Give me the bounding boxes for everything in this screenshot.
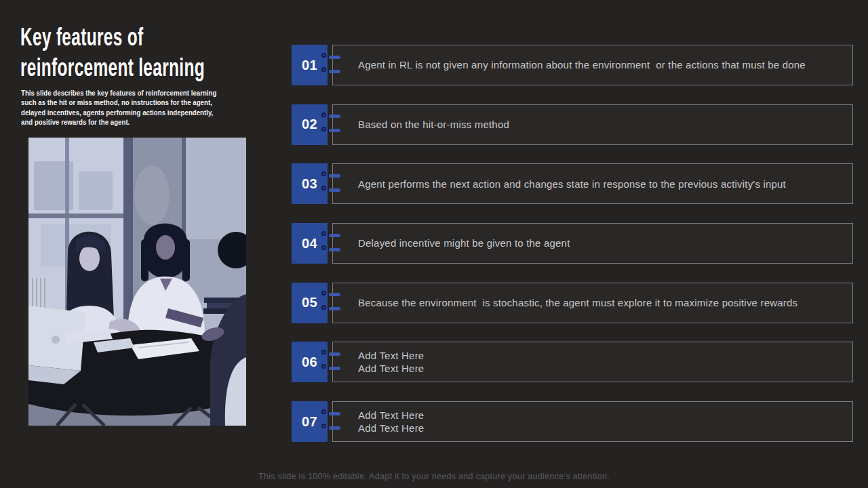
connector-bar-icon (329, 293, 340, 296)
feature-text: Add Text Here (358, 362, 844, 375)
feature-text-box[interactable]: Agent performs the next action and chang… (332, 163, 853, 204)
feature-row: 03 Agent performs the next action and ch… (292, 163, 853, 204)
connector-bar-icon (329, 174, 340, 178)
connector-ring-icon (321, 245, 326, 250)
connector-bar-icon (329, 129, 340, 132)
connector-bar-icon (329, 56, 340, 59)
feature-row: 02 Based on the hit-or-miss method (292, 104, 853, 145)
feature-number-badge: 01 (292, 45, 328, 85)
feature-row: 05 Because the environment is stochastic… (292, 283, 853, 323)
connector-bar-icon (329, 248, 340, 251)
feature-number: 02 (302, 117, 317, 132)
connector-bar-icon (329, 115, 340, 118)
feature-text: Based on the hit-or-miss method (358, 118, 844, 131)
connector-ring-icon (321, 67, 326, 72)
feature-number-badge: 02 (292, 104, 328, 145)
slide-description-line: and positive rewards for the agent. (21, 117, 216, 127)
feature-number: 06 (302, 354, 317, 370)
feature-text-box[interactable]: Add Text HereAdd Text Here (332, 401, 853, 442)
connector-ring-icon (321, 127, 326, 131)
feature-text: Add Text Here (358, 409, 844, 422)
connector-bar-icon (329, 352, 340, 356)
feature-number: 01 (302, 58, 317, 73)
connector-bar-icon (329, 234, 340, 237)
feature-number: 03 (302, 176, 317, 192)
feature-number: 07 (302, 414, 317, 430)
connector-ring-icon (321, 305, 326, 310)
feature-text: Agent performs the next action and chang… (358, 178, 844, 191)
features-list: 01 Agent in RL is not given any informat… (292, 45, 853, 461)
feature-text: Delayed incentive might be given to the … (358, 237, 844, 250)
feature-text-box[interactable]: Agent in RL is not given any information… (332, 45, 853, 85)
page-title: Key features of reinforcement learning (20, 22, 205, 83)
slide: { "title": { "lines": ["Key features of"… (0, 0, 868, 488)
slide-description: This slide describes the key features of… (21, 88, 216, 127)
feature-row: 01 Agent in RL is not given any informat… (292, 45, 853, 85)
feature-text: Because the environment is stochastic, t… (358, 296, 844, 310)
connector-bar-icon (329, 412, 340, 415)
feature-number: 04 (302, 236, 317, 251)
feature-text: Add Text Here (358, 422, 844, 435)
connector-ring-icon (321, 231, 326, 236)
slide-description-line: delayed incentives, agents performing ac… (21, 108, 216, 117)
feature-number: 05 (302, 295, 317, 310)
page-title-line: reinforcement learning (20, 52, 205, 83)
connector-ring-icon (321, 53, 326, 58)
connector-bar-icon (329, 426, 340, 430)
connector-bar-icon (329, 367, 340, 370)
photo (28, 138, 246, 426)
feature-row: 07 Add Text HereAdd Text Here (292, 401, 853, 442)
feature-text-box[interactable]: Based on the hit-or-miss method (332, 104, 853, 145)
feature-text-box[interactable]: Because the environment is stochastic, t… (332, 283, 853, 323)
connector-bar-icon (329, 307, 340, 310)
connector-ring-icon (321, 113, 326, 117)
feature-row: 06 Add Text HereAdd Text Here (292, 342, 853, 382)
feature-row: 04 Delayed incentive might be given to t… (292, 223, 853, 264)
photo-illustration (28, 138, 246, 426)
feature-number-badge: 05 (292, 283, 328, 323)
feature-number-badge: 04 (292, 223, 328, 264)
feature-text-box[interactable]: Add Text HereAdd Text Here (332, 342, 853, 382)
feature-number-badge: 03 (292, 163, 328, 204)
feature-number-badge: 06 (292, 342, 328, 382)
footer-note: This slide is 100% editable. Adapt it to… (0, 472, 868, 481)
feature-text-box[interactable]: Delayed incentive might be given to the … (332, 223, 853, 264)
feature-number-badge: 07 (292, 401, 328, 442)
connector-ring-icon (321, 291, 326, 296)
slide-description-line: such as the hit or miss method, no instr… (21, 98, 216, 107)
connector-bar-icon (329, 188, 340, 192)
feature-text: Add Text Here (358, 349, 844, 363)
page-title-line: Key features of (20, 22, 205, 52)
slide-description-line: This slide describes the key features of… (21, 88, 216, 98)
feature-text: Agent in RL is not given any information… (358, 58, 844, 72)
connector-bar-icon (329, 70, 340, 73)
